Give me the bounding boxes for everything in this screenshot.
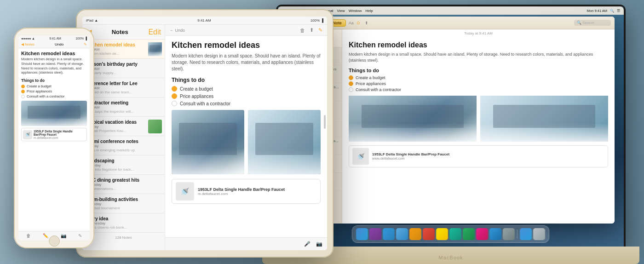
ipad-note-title-6: Landscaping <box>86 158 161 163</box>
iphone-home-button[interactable] <box>49 235 60 247</box>
dock-itunes[interactable] <box>477 228 489 240</box>
ipad-note-meta-3: 8:37 AM <box>86 105 161 109</box>
iphone-todo-1-circle <box>21 85 25 88</box>
iphone-toolbar-camera[interactable]: 📷 <box>61 233 66 238</box>
ipad-microphone-btn[interactable]: 🎤 <box>304 241 310 247</box>
ipad-bottom-toolbar: 🎤 📷 <box>165 237 327 250</box>
menubar-help[interactable]: Help <box>365 9 373 13</box>
ipad-note-preview-6: Look into flagstone for back... <box>86 167 161 172</box>
ipad-camera-btn[interactable]: 📷 <box>316 241 322 247</box>
mac-section-title: Things to do <box>349 68 608 73</box>
mac-share-btn[interactable]: ⬆ <box>365 21 368 25</box>
ipad-battery: 100% ▐ <box>310 18 323 23</box>
ipad-note-preview-8: Paintball tournament <box>86 206 161 210</box>
ipad-todo-2: Price appliances <box>172 93 321 99</box>
ipad-note-item-0[interactable]: Kitchen remodel ideas 9:41 AM Modern kit… <box>82 40 165 59</box>
iphone-screen: ●●●●● ▲ 9:41 AM 100% ▐ ◀ Notes Undo ✎ Ki… <box>18 36 90 240</box>
menubar-search-icon[interactable]: 🔍 <box>610 9 614 13</box>
iphone-faucet-icon: 🚿 <box>23 130 32 139</box>
menubar-menu-icon[interactable]: ☰ <box>617 9 620 13</box>
dock-numbers[interactable] <box>463 228 475 240</box>
ipad-note-meta-1: 9:41 AM <box>86 67 161 71</box>
dock-separator <box>518 230 518 239</box>
iphone-note-title: Kitchen remodel ideas <box>18 48 90 57</box>
dock-finder2[interactable] <box>520 228 532 240</box>
ipad-faucet-icon: 🚿 <box>176 182 194 201</box>
mac-todo-2-circle <box>349 81 353 86</box>
ipad-note-title-7: NYC dining greatest hits <box>86 178 161 183</box>
ipad-todo-1: Create a budget <box>172 86 321 92</box>
macbook-notes-window: 🗑 New Note Aa ⊙ ⬆ 🔍 Search <box>287 17 615 224</box>
mac-todo-1: Create a budget <box>349 75 608 80</box>
dock-launchpad[interactable] <box>370 228 382 240</box>
ipad-note-preview-7: Get reservations... <box>86 187 161 191</box>
ipad-note-item-4[interactable]: Tropical vacation ideas Sunday Na Pali P… <box>82 117 165 136</box>
iphone-back-btn[interactable]: ◀ Notes <box>21 42 34 46</box>
menubar-view[interactable]: View <box>337 9 345 13</box>
ipad-note-preview-5: Sales in emerging markets up <box>86 148 161 152</box>
menubar-window[interactable]: Window <box>349 9 362 13</box>
ipad-share-btn[interactable]: ⬆ <box>310 27 314 33</box>
ipad-note-item-1[interactable]: Carson's birthday party 9:41 AM Call par… <box>82 59 165 78</box>
ipad-detail-toolbar: ← Undo 🗑 ⬆ ✎ <box>165 25 327 36</box>
ipad-todo-3: Consult with a contractor <box>172 101 321 106</box>
dock-safari[interactable] <box>383 228 395 240</box>
ipad-note-title-3: Contractor meeting <box>86 100 161 105</box>
iphone-todo-2: Price appliances <box>18 89 90 94</box>
iphone-toolbar-compose[interactable]: ✎ <box>78 233 82 238</box>
ipad-note-preview-1: Call party supply... <box>86 71 161 75</box>
iphone-edit-btn[interactable]: ✎ <box>84 42 87 46</box>
ipad-undo-btn[interactable]: ← Undo <box>170 28 185 33</box>
dock-notes[interactable] <box>437 228 448 240</box>
iphone-kitchen-image <box>21 101 87 126</box>
ipad-note-preview-2: Worked on the same team... <box>86 90 161 94</box>
mac-note-body: Modern kitchen design in a small space. … <box>349 52 608 63</box>
ipad-list-edit[interactable]: Edit <box>148 28 161 36</box>
ipad-note-title-2: Reference letter for Lee <box>86 81 161 86</box>
ipad-note-item-8[interactable]: Team-building activities Thursday Paintb… <box>82 194 165 213</box>
ipad-note-item-9[interactable]: Story idea Wednesday Circus clowns rob b… <box>82 213 165 233</box>
macbook-label: MacBook <box>439 255 463 260</box>
dock-trash[interactable] <box>534 228 546 240</box>
ipad-note-item-5[interactable]: Miami conference notes Sunday Sales in e… <box>82 136 165 155</box>
ipad-delete-btn[interactable]: 🗑 <box>300 28 305 33</box>
ipad-note-title-1: Carson's birthday party <box>86 62 161 67</box>
dock-contacts[interactable] <box>410 228 422 240</box>
ipad-todo-2-circle <box>172 93 177 99</box>
ipad-detail-pane: ← Undo 🗑 ⬆ ✎ Kitchen remodel ideas Moder… <box>165 25 327 250</box>
ipad-link-url: m.deltafaucet.com <box>198 192 285 196</box>
dock-mail[interactable] <box>397 228 408 240</box>
mac-search-box[interactable]: 🔍 Search <box>574 20 611 26</box>
mac-pin-btn[interactable]: ⊙ <box>356 21 360 25</box>
ipad-note-item-6[interactable]: Landscaping Saturday Look into flagstone… <box>82 155 165 175</box>
ipad-note-item-7[interactable]: NYC dining greatest hits Thursday Get re… <box>82 175 165 194</box>
iphone-toolbar-trash[interactable]: 🗑 <box>26 233 31 238</box>
dock-photos[interactable] <box>450 228 462 240</box>
ipad-link-card[interactable]: 🚿 1953LF Delta Single Handle Bar/Prep Fa… <box>172 179 321 204</box>
mac-aa-btn[interactable]: Aa <box>349 21 354 25</box>
menubar-right: Mon 9:41 AM 🔍 ☰ <box>587 9 620 13</box>
ipad-status-bar: iPad ▲ 9:41 AM 100% ▐ <box>82 17 327 25</box>
ipad-note-item-2[interactable]: Reference letter for Lee 9:02 AM Worked … <box>82 78 165 98</box>
iphone-link-card[interactable]: 🚿 1953LF Delta Single Handle Bar/Prep Fa… <box>21 128 87 141</box>
iphone-undo-btn[interactable]: Undo <box>55 42 63 46</box>
ipad-kitchen-image-1 <box>172 110 244 174</box>
ipad-detail-note-body: Modern kitchen design in a small space. … <box>172 53 321 72</box>
mac-link-card[interactable]: 🚿 1953LF Delta Single Handle Bar/Prep Fa… <box>349 145 608 167</box>
ipad-compose-btn[interactable]: ✎ <box>318 27 322 33</box>
mac-todo-3: Consult with a contractor <box>349 87 608 92</box>
dock-calendar[interactable] <box>423 228 435 240</box>
iphone-todo-1: Create a budget <box>18 84 90 89</box>
ipad-note-preview-9: Circus clowns rob bank... <box>86 225 161 230</box>
dock-appstore[interactable] <box>490 228 502 240</box>
mac-todo-3-circle <box>349 87 353 92</box>
dock-systemprefs[interactable] <box>503 228 515 240</box>
iphone-toolbar-sketch[interactable]: ✏️ <box>43 233 48 238</box>
dock-finder[interactable] <box>356 228 368 240</box>
mac-main: Today at 9:41 AM Kitchen remodel ideas M… <box>342 29 615 224</box>
iphone-todo-3-circle <box>21 95 25 98</box>
ipad-note-title-8: Team-building activities <box>86 197 161 202</box>
ipad-note-preview-3: Gary says the inspector will... <box>86 109 161 114</box>
ipad-note-item-3[interactable]: Contractor meeting 8:37 AM Gary says the… <box>82 98 165 117</box>
ipad-note-meta-7: Thursday <box>86 183 161 187</box>
